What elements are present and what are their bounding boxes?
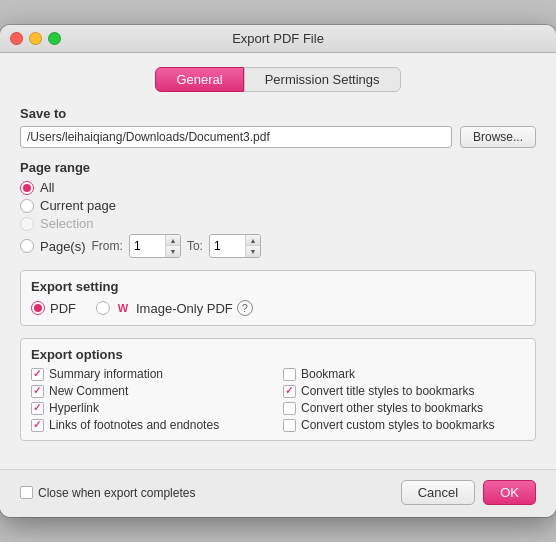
page-range-options: All Current page Selection Page(s) From: <box>20 180 536 258</box>
from-spin-up[interactable]: ▲ <box>166 235 180 246</box>
export-setting-row: PDF W Image-Only PDF ? <box>31 299 525 317</box>
export-setting-label: Export setting <box>31 279 525 294</box>
from-field-group: ▲ ▼ <box>129 234 181 258</box>
options-grid: Summary information Bookmark New Comment… <box>31 367 525 432</box>
save-to-label: Save to <box>20 106 536 121</box>
option-bookmark: Bookmark <box>283 367 525 381</box>
close-when-export-option: Close when export completes <box>20 486 195 500</box>
option-title-styles: Convert title styles to bookmarks <box>283 384 525 398</box>
option-custom-styles: Convert custom styles to bookmarks <box>283 418 525 432</box>
tab-bar: General Permission Settings <box>20 67 536 92</box>
export-options-section: Export options Summary information Bookm… <box>20 338 536 441</box>
new-comment-label: New Comment <box>49 384 128 398</box>
dialog-content: General Permission Settings Save to Brow… <box>0 53 556 469</box>
checkbox-summary[interactable] <box>31 368 44 381</box>
pdf-option: PDF <box>31 301 76 316</box>
radio-image-only[interactable] <box>96 301 110 315</box>
other-styles-label: Convert other styles to bookmarks <box>301 401 483 415</box>
tab-permission-settings[interactable]: Permission Settings <box>244 67 401 92</box>
footnotes-label: Links of footnotes and endnotes <box>49 418 219 432</box>
cancel-button[interactable]: Cancel <box>401 480 475 505</box>
checkbox-close-when-export[interactable] <box>20 486 33 499</box>
export-setting-section: Export setting PDF W Image-Only PDF ? <box>20 270 536 326</box>
to-spinners: ▲ ▼ <box>245 235 260 257</box>
save-to-row: Browse... <box>20 126 536 148</box>
from-spin-down[interactable]: ▼ <box>166 246 180 257</box>
hyperlink-label: Hyperlink <box>49 401 99 415</box>
page-range-section: Page range All Current page Selection Pa… <box>20 160 536 258</box>
ok-button[interactable]: OK <box>483 480 536 505</box>
radio-current-page-label: Current page <box>40 198 116 213</box>
from-spinners: ▲ ▼ <box>165 235 180 257</box>
window-title: Export PDF File <box>232 31 324 46</box>
radio-row-all: All <box>20 180 536 195</box>
radio-pages[interactable] <box>20 239 34 253</box>
summary-label: Summary information <box>49 367 163 381</box>
checkbox-custom-styles[interactable] <box>283 419 296 432</box>
page-range-label: Page range <box>20 160 536 175</box>
radio-row-selection: Selection <box>20 216 536 231</box>
radio-all[interactable] <box>20 181 34 195</box>
option-hyperlink: Hyperlink <box>31 401 273 415</box>
from-label: From: <box>92 239 123 253</box>
to-spin-down[interactable]: ▼ <box>246 246 260 257</box>
custom-styles-label: Convert custom styles to bookmarks <box>301 418 494 432</box>
image-only-label: Image-Only PDF <box>136 301 233 316</box>
maximize-window-icon[interactable] <box>48 32 61 45</box>
to-field-group: ▲ ▼ <box>209 234 261 258</box>
radio-pages-label: Page(s) <box>40 239 86 254</box>
checkbox-new-comment[interactable] <box>31 385 44 398</box>
tab-general[interactable]: General <box>155 67 243 92</box>
browse-button[interactable]: Browse... <box>460 126 536 148</box>
radio-row-pages: Page(s) From: ▲ ▼ To: ▲ ▼ <box>20 234 536 258</box>
close-when-export-label: Close when export completes <box>38 486 195 500</box>
checkbox-footnotes[interactable] <box>31 419 44 432</box>
export-pdf-dialog: Export PDF File General Permission Setti… <box>0 25 556 517</box>
minimize-window-icon[interactable] <box>29 32 42 45</box>
radio-selection-label: Selection <box>40 216 93 231</box>
option-other-styles: Convert other styles to bookmarks <box>283 401 525 415</box>
pdf-label: PDF <box>50 301 76 316</box>
radio-all-label: All <box>40 180 54 195</box>
checkbox-hyperlink[interactable] <box>31 402 44 415</box>
bottom-buttons: Cancel OK <box>401 480 536 505</box>
option-footnotes: Links of footnotes and endnotes <box>31 418 273 432</box>
radio-current-page[interactable] <box>20 199 34 213</box>
to-label: To: <box>187 239 203 253</box>
radio-pdf[interactable] <box>31 301 45 315</box>
titlebar-buttons <box>10 32 61 45</box>
bottom-bar: Close when export completes Cancel OK <box>0 469 556 517</box>
to-spin-up[interactable]: ▲ <box>246 235 260 246</box>
checkbox-bookmark[interactable] <box>283 368 296 381</box>
option-summary: Summary information <box>31 367 273 381</box>
checkbox-other-styles[interactable] <box>283 402 296 415</box>
radio-selection <box>20 217 34 231</box>
export-options-label: Export options <box>31 347 525 362</box>
image-only-option: W Image-Only PDF ? <box>96 299 253 317</box>
help-icon[interactable]: ? <box>237 300 253 316</box>
to-input[interactable] <box>210 237 245 255</box>
titlebar: Export PDF File <box>0 25 556 53</box>
radio-row-current: Current page <box>20 198 536 213</box>
checkbox-title-styles[interactable] <box>283 385 296 398</box>
save-path-input[interactable] <box>20 126 452 148</box>
close-window-icon[interactable] <box>10 32 23 45</box>
from-input[interactable] <box>130 237 165 255</box>
title-styles-label: Convert title styles to bookmarks <box>301 384 474 398</box>
option-new-comment: New Comment <box>31 384 273 398</box>
bookmark-label: Bookmark <box>301 367 355 381</box>
wps-logo-icon: W <box>114 299 132 317</box>
